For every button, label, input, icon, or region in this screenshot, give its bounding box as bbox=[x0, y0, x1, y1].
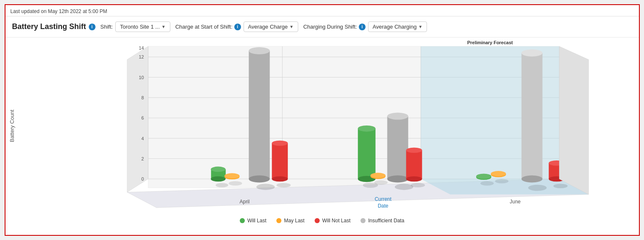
shift-arrow-icon: ▼ bbox=[162, 24, 166, 29]
svg-text:10: 10 bbox=[138, 75, 143, 80]
svg-point-69 bbox=[553, 184, 567, 189]
svg-text:Date: Date bbox=[377, 203, 388, 209]
shift-value: Toronto Site 1 ... bbox=[120, 24, 160, 30]
svg-point-38 bbox=[272, 176, 288, 182]
insufficient-data-dot bbox=[360, 218, 366, 223]
preliminary-forecast-label: Preliminary Forecast bbox=[467, 40, 513, 45]
will-last-dot bbox=[240, 218, 245, 223]
svg-point-65 bbox=[495, 179, 508, 184]
will-last-label: Will Last bbox=[247, 218, 266, 224]
current-date-label: Current bbox=[374, 196, 391, 202]
svg-point-53 bbox=[406, 176, 422, 182]
charge-value: Average Charge bbox=[248, 24, 288, 30]
will-not-last-dot bbox=[315, 218, 320, 223]
svg-point-57 bbox=[521, 49, 542, 56]
main-container: Last updated on May 12th 2022 at 5:00 PM… bbox=[5, 4, 640, 236]
svg-point-30 bbox=[211, 167, 225, 172]
charge-info-icon[interactable]: i bbox=[234, 24, 241, 30]
svg-point-45 bbox=[358, 125, 375, 132]
svg-point-41 bbox=[387, 113, 408, 120]
page-title: Battery Lasting Shift i bbox=[12, 22, 95, 31]
svg-rect-51 bbox=[406, 150, 422, 179]
svg-rect-25 bbox=[249, 51, 270, 179]
svg-marker-70 bbox=[559, 46, 588, 195]
svg-text:12: 12 bbox=[138, 54, 143, 59]
svg-text:6: 6 bbox=[141, 115, 144, 120]
svg-point-28 bbox=[256, 184, 275, 190]
svg-marker-13 bbox=[127, 46, 148, 192]
shift-group: Shift: Toronto Site 1 ... ▼ bbox=[101, 21, 170, 32]
svg-point-39 bbox=[276, 183, 291, 187]
svg-rect-56 bbox=[521, 53, 542, 179]
svg-point-50 bbox=[374, 180, 387, 185]
svg-text:8: 8 bbox=[141, 95, 144, 100]
charging-group: Charging During Shift: i Average Chargin… bbox=[303, 21, 427, 32]
charge-dropdown[interactable]: Average Charge ▼ bbox=[244, 21, 298, 32]
chart-area: Preliminary Forecast 0 2 4 6 8 10 12 14 … bbox=[5, 37, 639, 214]
svg-point-64 bbox=[490, 171, 506, 176]
svg-point-61 bbox=[476, 173, 491, 179]
svg-point-27 bbox=[249, 176, 270, 183]
svg-point-54 bbox=[411, 183, 425, 187]
y-axis-label: Battery Count bbox=[9, 109, 15, 142]
title-text: Battery Lasting Shift bbox=[12, 22, 86, 31]
svg-rect-40 bbox=[387, 116, 408, 179]
june-label: June bbox=[509, 198, 520, 204]
legend-may-last: May Last bbox=[276, 218, 305, 224]
svg-point-43 bbox=[395, 184, 413, 190]
svg-point-52 bbox=[406, 147, 422, 153]
svg-text:4: 4 bbox=[141, 136, 144, 141]
svg-text:2: 2 bbox=[141, 156, 144, 161]
svg-point-42 bbox=[387, 176, 408, 183]
svg-rect-36 bbox=[272, 143, 288, 179]
charging-value: Average Charging bbox=[373, 24, 417, 30]
charging-dropdown[interactable]: Average Charging ▼ bbox=[368, 21, 427, 32]
last-updated-text: Last updated on May 12th 2022 at 5:00 PM bbox=[5, 5, 639, 16]
legend-area: Will Last May Last Will Not Last Insuffi… bbox=[5, 214, 639, 228]
title-info-icon[interactable]: i bbox=[89, 24, 95, 30]
legend-will-not-last: Will Not Last bbox=[315, 218, 350, 224]
svg-rect-44 bbox=[358, 128, 375, 179]
legend-insufficient-data: Insufficient Data bbox=[360, 218, 404, 224]
shift-dropdown[interactable]: Toronto Site 1 ... ▼ bbox=[115, 21, 170, 32]
charging-info-icon[interactable]: i bbox=[359, 24, 366, 30]
will-not-last-label: Will Not Last bbox=[322, 218, 350, 224]
svg-point-32 bbox=[215, 183, 228, 187]
svg-point-59 bbox=[528, 185, 546, 191]
shift-label: Shift: bbox=[101, 24, 113, 30]
svg-point-37 bbox=[272, 141, 288, 146]
charge-group: Charge at Start of Shift: i Average Char… bbox=[175, 21, 298, 32]
svg-point-62 bbox=[480, 181, 494, 186]
svg-point-58 bbox=[521, 176, 542, 183]
may-last-dot bbox=[276, 218, 281, 223]
legend-will-last: Will Last bbox=[240, 218, 266, 224]
toolbar: Battery Lasting Shift i Shift: Toronto S… bbox=[5, 16, 639, 37]
svg-point-49 bbox=[370, 173, 385, 178]
svg-text:14: 14 bbox=[138, 45, 143, 51]
chart-svg: Preliminary Forecast 0 2 4 6 8 10 12 14 … bbox=[5, 37, 639, 214]
charge-arrow-icon: ▼ bbox=[289, 24, 294, 29]
svg-point-34 bbox=[224, 173, 239, 179]
insufficient-data-label: Insufficient Data bbox=[368, 218, 404, 224]
svg-point-35 bbox=[228, 181, 242, 186]
svg-point-31 bbox=[211, 176, 225, 182]
charging-arrow-icon: ▼ bbox=[418, 24, 422, 29]
charging-label: Charging During Shift: i bbox=[303, 24, 366, 30]
may-last-label: May Last bbox=[284, 218, 305, 224]
svg-text:0: 0 bbox=[141, 176, 144, 181]
april-label: April bbox=[239, 198, 249, 204]
charge-label: Charge at Start of Shift: i bbox=[175, 24, 241, 30]
svg-point-26 bbox=[249, 47, 270, 54]
